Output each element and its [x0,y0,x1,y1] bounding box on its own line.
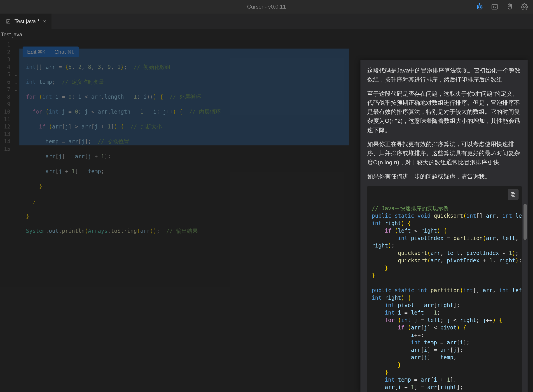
terminal-icon[interactable] [491,3,499,11]
inline-chat-button[interactable]: Chat ⌘L [50,47,79,57]
svg-point-4 [479,4,480,4]
fold-icon[interactable]: ⌄ [13,71,19,78]
settings-icon[interactable] [520,3,528,11]
tab-close-icon[interactable]: × [43,19,46,24]
svg-point-9 [524,6,525,8]
title-bar: Cursor - v0.0.11 [0,0,533,14]
inline-edit-button[interactable]: Edit ⌘K [23,47,50,57]
inline-toolbar: Edit ⌘K Chat ⌘L [23,47,79,57]
line-number-gutter: 1234 5678 9101112 131415 [0,40,13,392]
chat-code-block: // Java中快速排序的实现示例 public static void qui… [367,186,522,392]
chat-paragraph: 如果你有任何进一步的问题或疑虑，请告诉我。 [367,172,522,181]
svg-rect-11 [512,194,515,196]
chat-paragraph: 这段代码是Java中的冒泡排序算法实现。它初始化一个整数数组，按升序对其进行排序… [367,66,522,84]
tab-test-java[interactable]: Test.java * × [0,14,51,29]
app-title: Cursor - v0.0.11 [247,4,286,10]
svg-rect-10 [6,20,10,23]
breadcrumb: Test.java [0,29,533,40]
main-area: Edit ⌘K Chat ⌘L 1234 5678 9101112 131415… [0,40,533,392]
chat-paragraph: 如果你正在寻找更有效的排序算法，可以考虑使用快速排序、归并排序或堆排序。这些算法… [367,140,522,167]
robot-icon[interactable] [476,3,484,11]
fold-icon[interactable]: ⌄ [13,86,19,93]
chat-scrollbar-thumb[interactable] [524,204,527,240]
chat-paragraph: 至于这段代码是否存在问题，这取决于你对"问题"的定义。代码似乎按预期正确地对数组… [367,89,522,135]
fold-gutter: ⌄ ⌄ ⌄ [13,40,19,392]
svg-point-1 [478,7,479,7]
svg-rect-7 [492,4,497,9]
java-icon [5,19,11,24]
fold-icon[interactable]: ⌄ [13,78,19,86]
breadcrumb-item[interactable]: Test.java [1,31,22,38]
svg-point-2 [480,7,481,7]
chat-panel: 这段代码是Java中的冒泡排序算法实现。它初始化一个整数数组，按升序对其进行排序… [360,60,528,392]
wave-icon[interactable] [505,3,514,11]
titlebar-icons [476,3,528,11]
copy-code-button[interactable] [508,189,519,200]
code-content[interactable]: int[] arr = {5, 2, 8, 3, 9, 1}; // 初始化数组… [19,40,221,392]
svg-rect-12 [511,193,514,196]
tab-label: Test.java * [14,18,40,25]
tab-bar: Test.java * × [0,14,533,29]
